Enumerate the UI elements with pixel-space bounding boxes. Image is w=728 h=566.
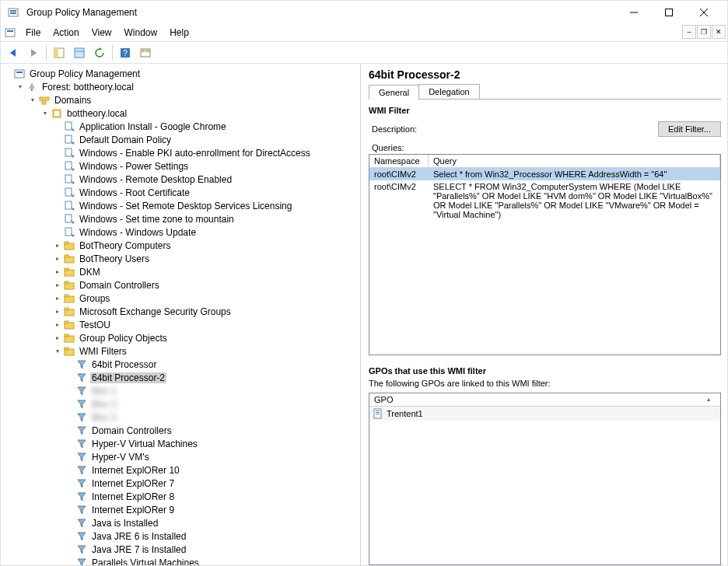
expanded-icon[interactable]: ▾: [15, 82, 26, 93]
collapsed-icon[interactable]: ▸: [52, 293, 63, 304]
filter-icon: [75, 491, 88, 503]
tree-domain[interactable]: ▾ bottheory.local: [40, 107, 360, 120]
svg-point-33: [72, 168, 75, 170]
menu-file[interactable]: File: [19, 26, 47, 40]
tree-root-label: Group Policy Management: [28, 68, 142, 79]
tree-wmi-filter[interactable]: Internet ExplORer 10: [65, 463, 360, 477]
svg-point-29: [72, 142, 75, 144]
tree-gpo-link[interactable]: Windows - Enable PKI auto-enrollment for…: [52, 146, 360, 159]
description-label: Description:: [369, 124, 417, 134]
tree-wmi-filter[interactable]: 64bit Processor: [65, 358, 360, 371]
tab-delegation[interactable]: Delegation: [418, 84, 480, 99]
tree-wmi-filter[interactable]: Java JRE 7 is Installed: [65, 543, 360, 556]
collapsed-icon[interactable]: ▸: [52, 267, 63, 278]
tree-gpo-container[interactable]: ▸Group Policy Objects: [52, 331, 360, 344]
tree-wmi-filter[interactable]: Java is Installed: [65, 516, 360, 529]
tab-general[interactable]: General: [369, 85, 419, 100]
tree-wmi-filter-selected[interactable]: 64bit Processor-2: [65, 371, 360, 384]
maximize-button[interactable]: [651, 1, 686, 24]
gpo-icon: [372, 407, 384, 420]
menu-help[interactable]: Help: [163, 26, 195, 40]
collapsed-icon[interactable]: ▸: [52, 280, 63, 291]
collapsed-icon[interactable]: ▸: [52, 253, 63, 264]
tree-wmi-filters[interactable]: ▾ WMI Filters: [52, 344, 360, 358]
menu-view[interactable]: View: [86, 26, 118, 40]
help-button[interactable]: ?: [116, 44, 135, 61]
tree-wmi-filter[interactable]: Blur 3: [65, 411, 360, 424]
tree-wmi-filter[interactable]: Hyper-V VM's: [65, 450, 360, 463]
tree-gpo-link[interactable]: Windows - Remote Desktop Enabled: [52, 173, 360, 186]
query-row[interactable]: root\CIMv2 Select * from Win32_Processor…: [369, 168, 720, 180]
forward-button[interactable]: [24, 44, 43, 61]
tree-ou[interactable]: ▸BotTheory Users: [52, 252, 360, 265]
expanded-icon[interactable]: ▾: [27, 95, 38, 106]
tree-ou[interactable]: ▸Microsoft Exchange Security Groups: [52, 305, 360, 318]
gpo-link-icon: [63, 200, 75, 212]
svg-rect-1: [10, 10, 16, 12]
tree-gpo-link[interactable]: Application Install - Google Chrome: [52, 120, 360, 133]
expanded-icon[interactable]: ▾: [40, 108, 51, 119]
tree-wmi-filter[interactable]: Blur 2: [65, 397, 360, 411]
tree-wmi-filter[interactable]: Java JRE 6 is Installed: [65, 529, 360, 543]
query-row[interactable]: root\CIMv2 SELECT * FROM Win32_ComputerS…: [369, 180, 720, 221]
menubar: File Action View Window Help: [1, 24, 681, 41]
toolbar: ?: [1, 42, 727, 64]
mdi-restore-button[interactable]: ❐: [697, 25, 711, 39]
tree-wmi-filter[interactable]: Internet ExplORer 9: [65, 503, 360, 516]
tree-gpo-link[interactable]: Windows - Windows Update: [52, 225, 360, 239]
tree-gpo-link[interactable]: Windows - Set Remote Desktop Services Li…: [52, 199, 360, 212]
queries-grid[interactable]: Namespace Query root\CIMv2 Select * from…: [369, 154, 721, 355]
refresh-button[interactable]: [90, 44, 109, 61]
properties-button[interactable]: [70, 44, 89, 61]
mdi-close-button[interactable]: ✕: [712, 25, 726, 39]
menu-action[interactable]: Action: [47, 26, 85, 40]
tree-ou[interactable]: ▸Groups: [52, 292, 360, 305]
tree-wmi-filter[interactable]: Internet ExplORer 7: [65, 477, 360, 490]
console-tree[interactable]: Group Policy Management ▾ Forest: botthe…: [1, 64, 361, 565]
close-button[interactable]: [686, 1, 721, 24]
svg-rect-30: [65, 148, 72, 156]
tree-wmi-filter[interactable]: Internet ExplORer 8: [65, 490, 360, 503]
col-gpo[interactable]: GPO: [369, 393, 697, 406]
tree-gpo-link[interactable]: Windows - Root Certificate: [52, 186, 360, 199]
edit-filter-button[interactable]: Edit Filter...: [658, 121, 721, 137]
twisty-icon[interactable]: [2, 68, 13, 79]
gpo-row[interactable]: Trentent1: [369, 407, 720, 421]
collapsed-icon[interactable]: ▸: [52, 333, 63, 344]
tree-ou[interactable]: ▸Domain Controllers: [52, 278, 360, 292]
back-button[interactable]: [4, 44, 23, 61]
svg-rect-53: [65, 295, 68, 297]
show-hide-tree-button[interactable]: [50, 44, 68, 61]
mdi-minimize-button[interactable]: –: [682, 25, 696, 39]
svg-rect-11: [75, 48, 84, 58]
expanded-icon[interactable]: ▾: [52, 346, 63, 357]
tree-gpo-link[interactable]: Default Domain Policy: [52, 133, 360, 146]
minimize-button[interactable]: [616, 1, 651, 24]
tree-gpo-link[interactable]: Windows - Set time zone to mountain: [52, 212, 360, 225]
svg-rect-42: [65, 228, 72, 236]
filter-icon: [75, 438, 88, 450]
tree-forest[interactable]: ▾ Forest: bottheory.local: [15, 80, 360, 93]
col-namespace[interactable]: Namespace: [369, 155, 429, 168]
tree-ou[interactable]: ▸TestOU: [52, 318, 360, 331]
ou-icon: [63, 319, 75, 331]
tree-root[interactable]: Group Policy Management: [2, 67, 360, 80]
collapsed-icon[interactable]: ▸: [52, 320, 63, 330]
svg-rect-28: [65, 135, 72, 143]
console-options-button[interactable]: [136, 44, 155, 61]
tree-gpo-link[interactable]: Windows - Power Settings: [52, 159, 360, 173]
tree-domains[interactable]: ▾ Domains: [27, 93, 360, 107]
tree-wmi-filter[interactable]: Blur 1: [65, 384, 360, 397]
queries-header-row: Namespace Query: [369, 155, 720, 168]
collapsed-icon[interactable]: ▸: [52, 306, 63, 317]
menu-window[interactable]: Window: [118, 26, 164, 40]
tree-ou[interactable]: ▸DKM: [52, 265, 360, 278]
col-query[interactable]: Query: [429, 155, 720, 168]
gpo-list[interactable]: GPO ▴ Trentent1: [369, 393, 721, 566]
tree-wmi-filter[interactable]: Hyper-V Virtual Machines: [65, 437, 360, 450]
tree-wmi-filter[interactable]: Domain Controllers: [65, 424, 360, 437]
svg-rect-17: [145, 50, 149, 52]
tree-ou[interactable]: ▸BotTheory Computers: [52, 239, 360, 252]
tree-wmi-filter[interactable]: Parallels Virtual Machines: [65, 556, 360, 565]
collapsed-icon[interactable]: ▸: [52, 240, 63, 251]
